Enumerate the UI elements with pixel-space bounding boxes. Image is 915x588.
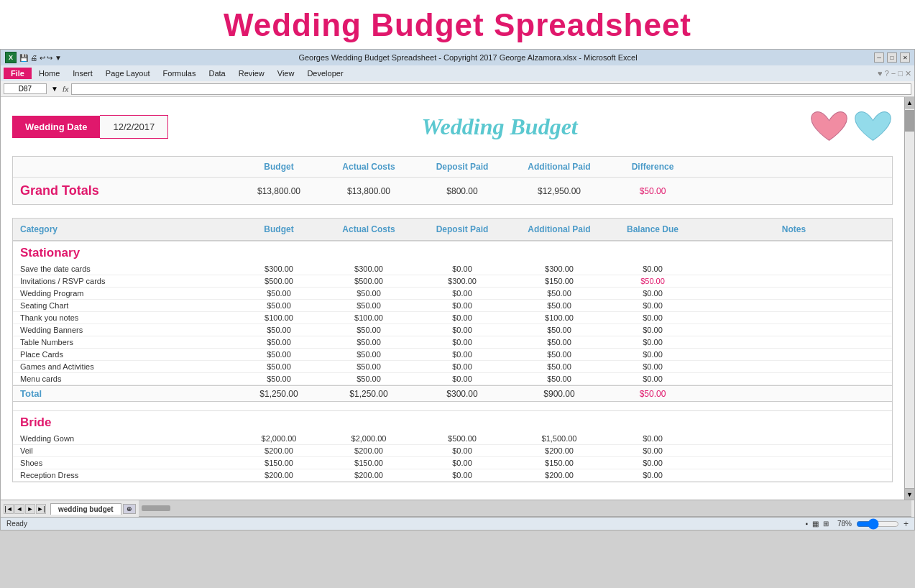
nav-prev-sheet[interactable]: ◄ [14, 504, 24, 514]
gt-col-budget: Budget [236, 160, 322, 174]
item-actual: $2,000.00 [322, 433, 415, 444]
minimize-button[interactable]: ─ [874, 52, 884, 63]
formula-bar[interactable] [71, 83, 911, 95]
gt-col-extra [696, 160, 892, 174]
item-name: Reception Dress [13, 469, 236, 481]
sheet-tab-active[interactable]: wedding budget [50, 503, 121, 515]
item-budget: $200.00 [236, 469, 322, 481]
item-name: Table Numbers [13, 336, 236, 348]
item-name: Seating Chart [13, 300, 236, 311]
nav-last-sheet[interactable]: ►| [36, 504, 46, 514]
table-row: Wedding Banners $50.00 $50.00 $0.00 $50.… [13, 324, 892, 336]
scroll-up-button[interactable]: ▲ [905, 97, 914, 109]
page-title-area: Wedding Budget Spreadsheet [0, 0, 915, 49]
menu-home[interactable]: Home [33, 68, 65, 79]
horizontal-scrollbar-area[interactable] [139, 500, 911, 517]
total-budget: $1,250.00 [236, 387, 322, 401]
gt-extra [696, 189, 892, 193]
section-spacer-bride [13, 402, 892, 408]
item-budget: $2,000.00 [236, 433, 322, 444]
item-additional: $50.00 [509, 324, 610, 336]
item-balance: $0.00 [610, 445, 696, 456]
menu-page-layout[interactable]: Page Layout [100, 68, 156, 79]
menu-file[interactable]: File [4, 68, 32, 79]
item-notes [696, 449, 892, 452]
total-additional: $900.00 [509, 387, 610, 401]
wedding-date-label: Wedding Date [12, 116, 100, 138]
gt-budget-value: $13,800.00 [236, 184, 322, 198]
menu-view[interactable]: View [272, 68, 300, 79]
category-bride-label: Bride [20, 415, 51, 429]
item-budget: $200.00 [236, 445, 322, 456]
total-label: Total [13, 386, 236, 401]
table-row: Wedding Gown $2,000.00 $2,000.00 $500.00… [13, 433, 892, 445]
item-deposit: $0.00 [415, 361, 509, 372]
nav-first-sheet[interactable]: |◄ [4, 504, 14, 514]
menu-review[interactable]: Review [233, 68, 270, 79]
th-deposit: Deposit Paid [415, 221, 509, 237]
item-deposit: $0.00 [415, 324, 509, 336]
grand-totals-data-row: Grand Totals $13,800.00 $13,800.00 $800.… [13, 178, 892, 204]
scroll-down-button[interactable]: ▼ [905, 488, 914, 500]
maximize-button[interactable]: □ [887, 52, 897, 63]
item-name: Wedding Gown [13, 433, 236, 444]
vertical-scrollbar[interactable]: ▲ ▼ [904, 97, 914, 500]
th-notes: Notes [696, 221, 892, 237]
gt-col-category [13, 160, 236, 174]
item-budget: $50.00 [236, 373, 322, 385]
item-balance: $0.00 [610, 349, 696, 360]
zoom-slider[interactable] [856, 520, 899, 528]
th-category: Category [13, 221, 236, 237]
gt-col-deposit: Deposit Paid [415, 160, 509, 174]
item-name: Shoes [13, 457, 236, 469]
help-icons: ♥ ? − □ ✕ [878, 69, 911, 78]
item-actual: $50.00 [322, 288, 415, 299]
cell-reference-input[interactable] [4, 83, 47, 94]
nav-next-sheet[interactable]: ► [25, 504, 35, 514]
scroll-thumb[interactable] [905, 110, 914, 132]
item-deposit: $500.00 [415, 433, 509, 444]
item-additional: $50.00 [509, 300, 610, 311]
view-normal-icon[interactable]: ▪ [805, 520, 808, 528]
h-scroll-thumb[interactable] [142, 505, 170, 511]
item-name: Wedding Banners [13, 324, 236, 336]
menu-formulas[interactable]: Formulas [157, 68, 202, 79]
fx-label: fx [63, 85, 69, 93]
item-balance: $0.00 [610, 324, 696, 336]
item-budget: $50.00 [236, 336, 322, 348]
item-balance: $0.00 [610, 288, 696, 299]
zoom-in-icon[interactable]: + [903, 519, 909, 529]
table-row: Invitations / RSVP cards $500.00 $500.00… [13, 275, 892, 288]
item-balance: $0.00 [610, 312, 696, 323]
item-additional: $50.00 [509, 336, 610, 348]
item-actual: $50.00 [322, 361, 415, 372]
view-layout-icon[interactable]: ▦ [812, 520, 819, 528]
th-actual: Actual Costs [322, 221, 415, 237]
item-balance: $0.00 [610, 361, 696, 372]
gt-col-actual: Actual Costs [322, 160, 415, 174]
close-button[interactable]: ✕ [900, 52, 910, 63]
gt-actual-value: $13,800.00 [322, 184, 415, 198]
item-additional: $100.00 [509, 312, 610, 323]
item-actual: $50.00 [322, 336, 415, 348]
item-name: Invitations / RSVP cards [13, 275, 236, 287]
new-sheet-button[interactable]: ⊕ [123, 504, 136, 514]
item-budget: $50.00 [236, 300, 322, 311]
item-balance: $0.00 [610, 433, 696, 444]
main-table-section: Category Budget Actual Costs Deposit Pai… [12, 218, 893, 482]
menu-insert[interactable]: Insert [67, 68, 98, 79]
sheet-tab-label: wedding budget [58, 505, 114, 513]
th-additional: Additional Paid [509, 221, 610, 237]
view-break-icon[interactable]: ⊞ [823, 520, 829, 528]
menu-data[interactable]: Data [203, 68, 231, 79]
item-balance: $0.00 [610, 263, 696, 275]
stationary-total-row: Total $1,250.00 $1,250.00 $300.00 $900.0… [13, 385, 892, 402]
item-actual: $200.00 [322, 469, 415, 481]
grand-totals-header-row: Budget Actual Costs Deposit Paid Additio… [13, 157, 892, 178]
menu-developer[interactable]: Developer [301, 68, 349, 79]
item-actual: $50.00 [322, 324, 415, 336]
item-budget: $50.00 [236, 324, 322, 336]
th-budget: Budget [236, 221, 322, 237]
item-deposit: $0.00 [415, 300, 509, 311]
item-additional: $150.00 [509, 457, 610, 469]
